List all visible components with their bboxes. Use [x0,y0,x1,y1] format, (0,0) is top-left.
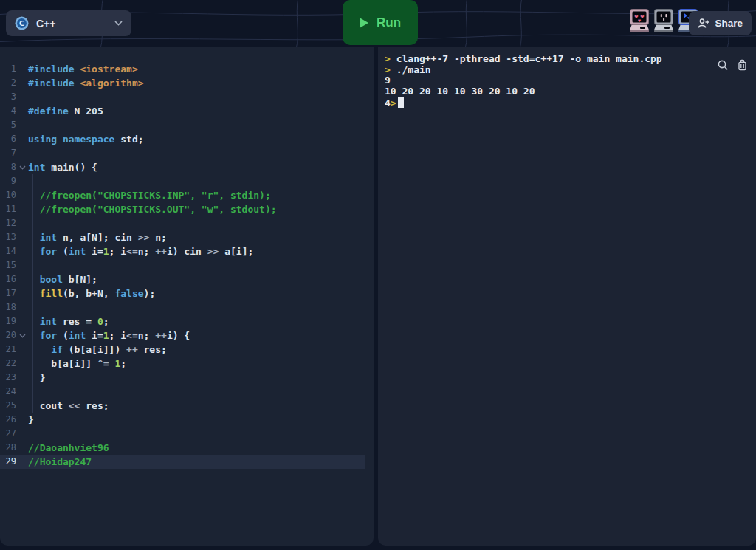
computer-neutral-face-icon[interactable] [653,8,676,36]
code-line-5[interactable]: 5 [0,118,365,132]
code-text: #include <algorithm> [28,76,144,90]
code-line-9[interactable]: 9 [0,174,365,188]
share-button-label: Share [715,18,743,29]
code-line-21[interactable]: 21 if (b[a[i]]) ++ res; [0,343,365,357]
code-line-7[interactable]: 7 [0,146,365,160]
fold-spacer [16,244,28,258]
terminal-line: > clang++-7 -pthread -std=c++17 -o main … [385,54,713,65]
line-number: 22 [0,357,16,371]
fold-spacer [16,427,28,441]
code-line-23[interactable]: 23 } [0,371,365,385]
fold-spacer [16,385,28,399]
computer-hearts-face-icon[interactable]: ♥ ♥ ♥ [629,8,651,36]
terminal-prompt: > [385,64,391,75]
line-number: 8 [0,160,16,174]
code-line-3[interactable]: 3 [0,90,365,104]
terminal-prompt: > [385,53,391,64]
code-text: using namespace std; [28,132,144,146]
line-number: 13 [0,230,16,244]
fold-spacer [16,272,28,286]
line-number: 5 [0,118,16,132]
code-line-19[interactable]: 19 int res = 0; [0,314,365,329]
code-line-8[interactable]: 8int main() { [0,160,365,174]
line-number: 27 [0,427,16,441]
terminal-panel[interactable]: > clang++-7 -pthread -std=c++17 -o main … [378,47,756,546]
fold-spacer [16,202,28,216]
code-text: b[a[i]] ^= 1; [28,357,126,371]
code-line-29[interactable]: 29//Hoidap247 [0,455,365,469]
fold-spacer [16,104,28,118]
fold-spacer [16,90,28,104]
code-text: for (int i=1; i<=n; ++i) { [28,329,190,343]
fold-spacer [16,286,28,300]
code-text: bool b[N]; [28,272,97,286]
code-line-24[interactable]: 24 [0,385,365,399]
fold-spacer [16,188,28,202]
fold-spacer [16,216,28,230]
run-button[interactable]: Run [343,0,418,45]
terminal-line: 9 [385,75,713,86]
code-line-28[interactable]: 28//Daoanhviet96 [0,441,365,455]
line-number: 14 [0,244,16,258]
code-line-14[interactable]: 14 for (int i=1; i<=n; ++i) cin >> a[i]; [0,244,365,258]
code-text: //freopen("CHOPSTICKS.OUT", "w", stdout)… [28,202,277,216]
code-line-25[interactable]: 25 cout << res; [0,399,365,413]
code-line-16[interactable]: 16 bool b[N]; [0,272,365,286]
fold-spacer [16,371,28,385]
code-line-18[interactable]: 18 [0,300,365,314]
line-number: 23 [0,371,16,385]
code-editor-panel[interactable]: 1#include <iostream>2#include <algorithm… [0,47,374,546]
terminal-output: > clang++-7 -pthread -std=c++17 -o main … [385,54,713,109]
code-line-27[interactable]: 27 [0,427,365,441]
code-text: //freopen("CHOPSTICKS.INP", "r", stdin); [28,188,271,202]
line-number: 2 [0,76,16,90]
header-bar: C C++ Run ♥ ♥ ♥ [0,0,756,47]
play-icon [360,18,368,28]
code-line-12[interactable]: 12 [0,216,365,230]
code-line-26[interactable]: 26} [0,413,365,427]
fold-spacer [16,343,28,357]
code-text: int main() { [28,160,97,174]
code-line-15[interactable]: 15 [0,258,365,272]
code-text: fill(b, b+N, false); [28,286,155,300]
code-text: #include <iostream> [28,62,138,76]
line-number: 25 [0,399,16,413]
fold-spacer [16,300,28,314]
fold-chevron-icon[interactable] [16,329,28,343]
fold-spacer [16,455,28,469]
line-number: 12 [0,216,16,230]
code-line-20[interactable]: 20 for (int i=1; i<=n; ++i) { [0,329,365,343]
fold-spacer [16,146,28,160]
code-line-4[interactable]: 4#define N 205 [0,104,365,118]
code-line-13[interactable]: 13 int n, a[N]; cin >> n; [0,230,365,244]
share-button[interactable]: Share [689,11,752,35]
search-icon[interactable] [717,59,729,71]
editor-code: 1#include <iostream>2#include <algorithm… [0,47,374,469]
code-line-1[interactable]: 1#include <iostream> [0,62,365,76]
fold-spacer [16,357,28,371]
code-line-2[interactable]: 2#include <algorithm> [0,76,365,90]
code-line-6[interactable]: 6using namespace std; [0,132,365,146]
fold-spacer [16,258,28,272]
line-number: 20 [0,329,16,343]
terminal-line: 10 20 20 10 10 30 20 10 20 [385,86,713,97]
cpp-logo-icon: C [15,16,29,30]
line-number: 17 [0,286,16,300]
language-label: C++ [36,18,55,30]
code-line-10[interactable]: 10 //freopen("CHOPSTICKS.INP", "r", stdi… [0,188,365,202]
trash-icon[interactable] [737,59,748,71]
language-selector[interactable]: C C++ [6,10,131,36]
code-text: #define N 205 [28,104,103,118]
terminal-line: > ./main [385,65,713,76]
fold-chevron-icon[interactable] [16,160,28,174]
code-text: } [28,371,45,385]
code-line-11[interactable]: 11 //freopen("CHOPSTICKS.OUT", "w", stdo… [0,202,365,216]
code-line-22[interactable]: 22 b[a[i]] ^= 1; [0,357,365,371]
line-number: 24 [0,385,16,399]
chevron-down-icon [114,21,123,26]
code-text: //Hoidap247 [28,455,92,469]
code-line-17[interactable]: 17 fill(b, b+N, false); [0,286,365,300]
ide-window: C C++ Run ♥ ♥ ♥ [0,0,756,550]
line-number: 10 [0,188,16,202]
fold-spacer [16,441,28,455]
